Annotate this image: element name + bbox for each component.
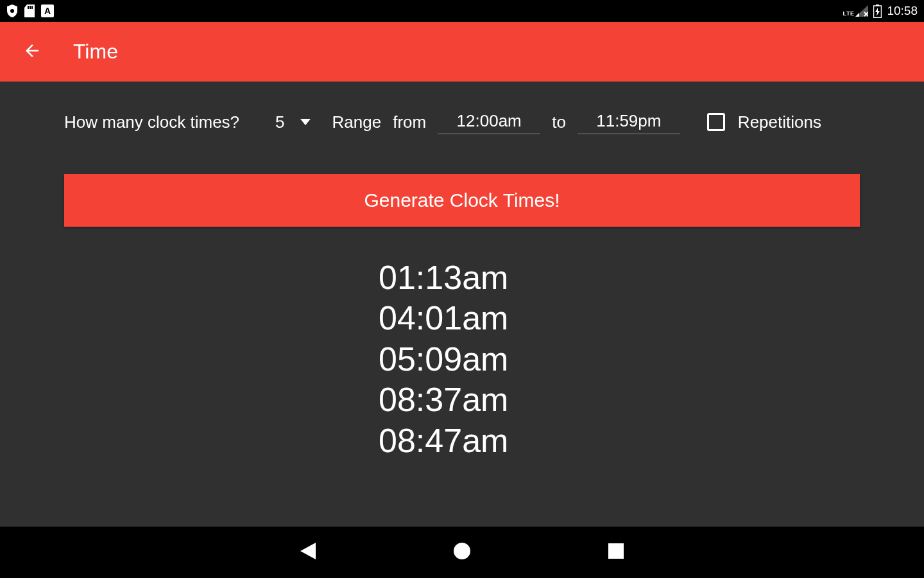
page-title: Time xyxy=(73,40,118,64)
lte-label: LTE xyxy=(843,11,855,17)
repetitions-group: Repetitions xyxy=(707,112,821,132)
range-from-label: from xyxy=(393,112,426,132)
count-value: 5 xyxy=(275,112,284,132)
repetitions-checkbox[interactable] xyxy=(707,113,725,131)
generate-button[interactable]: Generate Clock Times! xyxy=(64,174,860,227)
android-status-bar: A LTE 10:58 xyxy=(0,0,924,22)
app-bar: Time xyxy=(0,22,924,82)
circle-home-icon xyxy=(453,542,471,563)
keyboard-icon: A xyxy=(41,4,54,17)
arrow-left-icon xyxy=(22,41,42,63)
repetitions-label: Repetitions xyxy=(738,112,821,132)
range-to-field[interactable]: 11:59pm xyxy=(578,110,680,134)
chevron-down-icon xyxy=(300,119,311,125)
result-time: 01:13am xyxy=(379,258,860,298)
sd-card-icon xyxy=(24,4,35,17)
results-list: 01:13am 04:01am 05:09am 08:37am 08:47am xyxy=(64,258,860,461)
svg-rect-1 xyxy=(28,6,29,9)
range-from-field[interactable]: 12:00am xyxy=(438,110,540,134)
count-group: How many clock times? 5 xyxy=(64,112,311,132)
shield-icon xyxy=(6,4,18,17)
status-clock: 10:58 xyxy=(887,4,918,18)
status-right-group: LTE 10:58 xyxy=(843,4,918,18)
svg-rect-2 xyxy=(30,6,31,9)
lte-signal-icon: LTE xyxy=(843,5,869,17)
battery-charging-icon xyxy=(873,4,882,18)
count-select[interactable]: 5 xyxy=(275,112,310,132)
status-left-group: A xyxy=(6,4,54,17)
result-time: 05:09am xyxy=(379,339,860,380)
nav-back-button[interactable] xyxy=(295,539,321,565)
range-label: Range xyxy=(332,112,382,132)
result-time: 04:01am xyxy=(379,298,860,338)
controls-row: How many clock times? 5 Range from 12:00… xyxy=(64,110,860,134)
back-button[interactable] xyxy=(19,39,45,65)
square-recent-icon xyxy=(608,543,624,561)
nav-home-button[interactable] xyxy=(449,539,475,565)
count-label: How many clock times? xyxy=(64,112,239,132)
range-to-label: to xyxy=(552,112,566,132)
svg-rect-11 xyxy=(608,543,624,559)
svg-point-10 xyxy=(454,543,470,559)
android-nav-bar xyxy=(0,527,924,578)
svg-rect-3 xyxy=(31,6,33,9)
result-time: 08:37am xyxy=(379,380,860,420)
triangle-back-icon xyxy=(300,543,316,562)
svg-text:A: A xyxy=(44,6,51,16)
content-area: How many clock times? 5 Range from 12:00… xyxy=(0,82,924,527)
svg-point-0 xyxy=(10,9,14,13)
nav-recent-button[interactable] xyxy=(603,539,629,565)
range-group: Range from 12:00am to 11:59pm xyxy=(332,110,680,134)
result-time: 08:47am xyxy=(379,421,860,461)
